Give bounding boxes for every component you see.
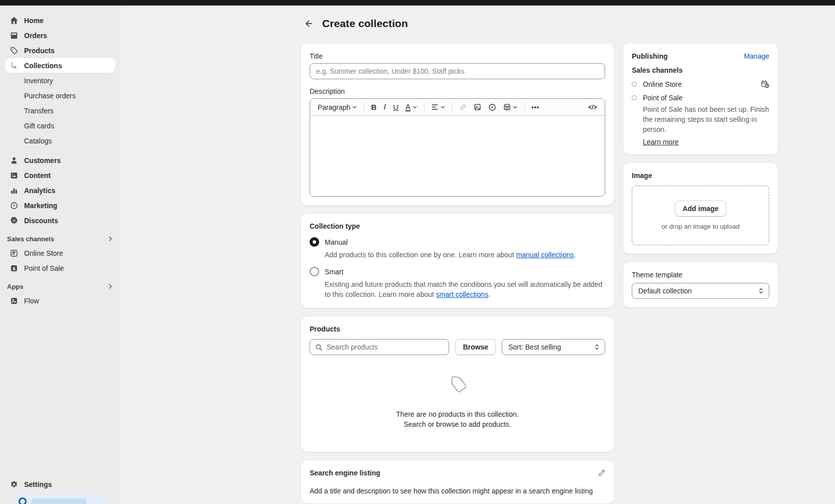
- updown-chevrons-icon: [594, 344, 600, 351]
- top-bar: [0, 0, 835, 6]
- radio-unselected-icon: [310, 267, 319, 276]
- insert-video-button[interactable]: [486, 101, 499, 113]
- sales-channels-header[interactable]: Sales channels: [7, 233, 113, 245]
- sidebar-item-point-of-sale[interactable]: $ Point of Sale: [5, 261, 115, 275]
- show-html-button[interactable]: </>: [586, 102, 600, 113]
- editor-toolbar: Paragraph B I U A: [310, 99, 605, 116]
- manual-description: Add products to this collection one by o…: [325, 250, 605, 260]
- collection-type-heading: Collection type: [310, 222, 605, 230]
- sidebar-item-collections[interactable]: Collections: [5, 58, 115, 73]
- empty-state-line2: Search or browse to add products.: [310, 419, 605, 429]
- underline-button[interactable]: U: [390, 101, 401, 113]
- sidebar-item-customers[interactable]: Customers: [5, 153, 115, 167]
- back-button[interactable]: [301, 17, 315, 31]
- sidebar-item-label: Discounts: [24, 217, 58, 225]
- video-icon: [488, 103, 496, 111]
- text-color-button[interactable]: A: [403, 101, 420, 113]
- paragraph-style-dropdown[interactable]: Paragraph: [315, 101, 360, 113]
- sidebar-item-home[interactable]: Home: [5, 13, 115, 28]
- title-card: Title Description Paragraph B: [301, 44, 614, 205]
- sidebar-item-analytics[interactable]: Analytics: [5, 183, 115, 198]
- description-label: Description: [310, 87, 605, 95]
- alignment-button[interactable]: [429, 101, 448, 113]
- apps-header[interactable]: Apps: [7, 280, 113, 292]
- sidebar-item-orders[interactable]: Orders: [5, 28, 115, 43]
- seo-card: Search engine listing Add a title and de…: [301, 460, 614, 503]
- promo-banner-cutoff[interactable]: [14, 494, 107, 504]
- insert-table-button[interactable]: [501, 101, 520, 113]
- products-heading: Products: [310, 325, 605, 333]
- sidebar-item-marketing[interactable]: Marketing: [5, 198, 115, 213]
- sidebar-item-settings[interactable]: Settings: [5, 477, 115, 491]
- search-products-input[interactable]: [327, 343, 444, 351]
- sidebar-item-label: Gift cards: [24, 122, 54, 130]
- sort-select[interactable]: Sort: Best selling: [502, 339, 605, 355]
- sidebar-item-label: Online Store: [24, 249, 63, 257]
- manage-link[interactable]: Manage: [744, 52, 769, 60]
- sidebar-item-content[interactable]: Content: [5, 168, 115, 183]
- align-left-icon: [431, 103, 439, 111]
- sidebar-item-catalogs[interactable]: Catalogs: [5, 133, 115, 148]
- description-editor: Paragraph B I U A: [310, 98, 605, 197]
- customers-icon: [9, 155, 19, 165]
- discounts-icon: [9, 216, 19, 226]
- page-title: Create collection: [322, 18, 408, 30]
- schedule-publish-icon[interactable]: [761, 80, 769, 88]
- insert-image-button[interactable]: [471, 101, 484, 113]
- sidebar-item-flow[interactable]: Flow: [5, 293, 115, 308]
- sidebar-item-gift-cards[interactable]: Gift cards: [5, 118, 115, 133]
- theme-template-select[interactable]: Default collection: [632, 283, 769, 299]
- search-icon: [315, 344, 323, 351]
- sales-channels-subheading: Sales channels: [632, 66, 769, 74]
- insert-link-button[interactable]: [457, 101, 469, 113]
- italic-button[interactable]: I: [381, 101, 388, 113]
- description-input[interactable]: [310, 116, 605, 196]
- updown-chevrons-icon: [758, 287, 764, 294]
- manual-collections-link[interactable]: manual collections: [516, 251, 574, 259]
- drop-image-text: or drop an image to upload: [661, 223, 739, 230]
- theme-template-label: Theme template: [632, 271, 769, 279]
- sidebar-item-label: Analytics: [24, 187, 55, 195]
- chevron-right-icon: [107, 283, 113, 289]
- manual-radio-option[interactable]: Manual: [310, 237, 605, 247]
- image-dropzone[interactable]: Add image or drop an image to upload: [632, 186, 769, 245]
- browse-button[interactable]: Browse: [455, 339, 496, 355]
- edit-pencil-icon[interactable]: [597, 469, 605, 477]
- promo-icon: [19, 497, 27, 504]
- smart-label: Smart: [325, 268, 343, 276]
- sidebar-item-label: Orders: [24, 32, 47, 40]
- add-image-button[interactable]: Add image: [675, 201, 726, 217]
- bold-button[interactable]: B: [368, 101, 379, 113]
- sidebar-item-inventory[interactable]: Inventory: [5, 73, 115, 88]
- link-icon: [459, 103, 467, 111]
- sidebar-item-label: Home: [24, 17, 44, 25]
- orders-icon: [9, 31, 19, 41]
- empty-state-line1: There are no products in this collection…: [310, 409, 605, 419]
- title-input[interactable]: [310, 63, 605, 79]
- sidebar-item-products[interactable]: Products: [5, 43, 115, 58]
- channel-row-online-store: Online Store: [632, 80, 769, 88]
- analytics-icon: [9, 186, 19, 196]
- learn-more-link[interactable]: Learn more: [643, 138, 679, 146]
- title-label: Title: [310, 52, 605, 60]
- sidebar-item-transfers[interactable]: Transfers: [5, 103, 115, 118]
- sidebar-item-discounts[interactable]: Discounts: [5, 213, 115, 228]
- point-of-sale-icon: $: [9, 263, 19, 273]
- sidebar-item-online-store[interactable]: Online Store: [5, 246, 115, 260]
- sidebar-item-label: Customers: [24, 156, 61, 164]
- smart-collections-link[interactable]: smart collections: [436, 290, 488, 298]
- radio-selected-icon: [310, 237, 319, 247]
- collection-type-card: Collection type Manual Add products to t…: [301, 214, 614, 308]
- smart-radio-option[interactable]: Smart: [310, 267, 605, 276]
- publishing-heading: Publishing: [632, 52, 668, 60]
- table-icon: [503, 103, 511, 111]
- more-formatting-button[interactable]: •••: [529, 102, 542, 113]
- flow-icon: [9, 296, 19, 306]
- sidebar-item-label: Products: [24, 47, 55, 55]
- home-icon: [9, 16, 19, 26]
- seo-heading: Search engine listing: [310, 469, 380, 477]
- sidebar-item-purchase-orders[interactable]: Purchase orders: [5, 88, 115, 103]
- pos-setup-note: Point of Sale has not been set up. Finis…: [643, 104, 769, 134]
- sidebar-item-label: Catalogs: [24, 137, 52, 145]
- channel-bullet-icon: [632, 95, 637, 100]
